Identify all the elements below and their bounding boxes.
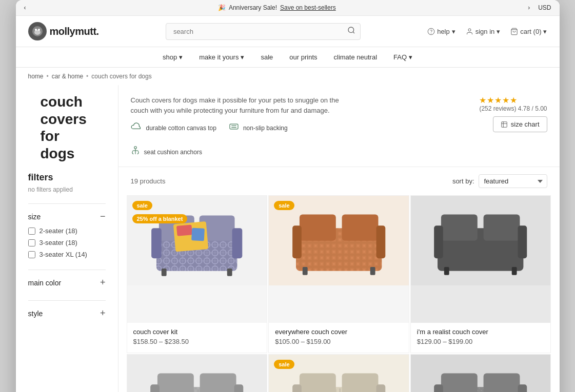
products-toolbar: 19 products sort by: featured price: low…: [118, 167, 560, 195]
search-container: [166, 23, 361, 40]
make-it-yours-arrow: ▾: [241, 53, 244, 61]
filter-size: size − 2-seater (18) 3-seater (18) 3-sea…: [28, 203, 106, 270]
breadcrumb: home • car & home • couch covers for dog…: [16, 68, 560, 85]
nav-faq[interactable]: FAQ ▾: [393, 53, 412, 61]
breadcrumb-home[interactable]: home: [28, 73, 44, 80]
breadcrumb-sep-2: •: [86, 73, 88, 80]
product-card-4[interactable]: [127, 354, 268, 392]
product-image-wrap-5: sale: [269, 355, 409, 392]
filter-size-label: size: [28, 213, 41, 221]
product-image-wrap-4: [127, 355, 267, 392]
filter-3seater-label: 3-seater (18): [39, 239, 77, 246]
currency-selector[interactable]: USD: [538, 4, 551, 11]
filter-style-toggle[interactable]: +: [100, 308, 106, 319]
svg-rect-65: [342, 373, 378, 392]
sort-by: sort by: featured price: low to high pri…: [452, 174, 547, 188]
nav-sale[interactable]: sale: [261, 53, 273, 61]
svg-rect-67: [376, 384, 385, 392]
checkbox-2seater[interactable]: [28, 228, 35, 235]
checkbox-3seater-xl[interactable]: [28, 251, 35, 258]
product-card-2[interactable]: sale: [268, 195, 409, 353]
product-info-3: i'm a realist couch cover $129.00 – $199…: [411, 323, 551, 353]
svg-rect-74: [441, 373, 478, 392]
filter-color-label: main color: [28, 279, 62, 287]
product-image-wrap-2: sale: [269, 196, 409, 323]
svg-rect-55: [200, 373, 236, 392]
header-actions: help ▾ sign in ▾ cart (0) ▾: [427, 28, 547, 35]
product-card-5[interactable]: sale: [268, 354, 409, 392]
filter-style-label: style: [28, 310, 43, 318]
svg-rect-10: [230, 124, 238, 129]
product-image-6: [411, 355, 551, 392]
product-card-6[interactable]: [410, 354, 551, 392]
feature-anchors: seat cushion anchors: [131, 146, 202, 158]
sort-select[interactable]: featured price: low to high price: high …: [479, 174, 547, 188]
size-chart-label: size chart: [511, 120, 540, 128]
svg-rect-31: [176, 224, 192, 236]
svg-point-4: [348, 27, 354, 33]
filter-size-toggle[interactable]: −: [100, 211, 106, 222]
page-description: Couch covers for dogs make it possible f…: [131, 95, 356, 115]
sidebar: couch covers for dogs filters no filters…: [16, 85, 118, 392]
filter-size-header[interactable]: size −: [28, 211, 106, 222]
products-count: 19 products: [131, 177, 166, 185]
feature-anchors-label: seat cushion anchors: [144, 149, 202, 156]
svg-rect-28: [162, 269, 167, 276]
sign-in-arrow: ▾: [497, 28, 500, 35]
nav-shop[interactable]: shop ▾: [163, 53, 183, 61]
rating-stars: ★★★★★: [479, 95, 547, 105]
product-badge-discount-1: 25% off a blanket: [132, 214, 188, 223]
svg-rect-44: [441, 214, 478, 240]
checkbox-3seater[interactable]: [28, 239, 35, 246]
nav-climate-neutral[interactable]: climate neutral: [334, 53, 378, 61]
product-card-1[interactable]: sale 25% off a blanket: [127, 195, 268, 353]
size-chart-button[interactable]: size chart: [493, 116, 547, 132]
search-icon[interactable]: [347, 26, 355, 36]
breadcrumb-current: couch covers for dogs: [91, 73, 151, 80]
nav-make-it-yours[interactable]: make it yours ▾: [199, 53, 244, 61]
anchor-icon: [131, 146, 140, 158]
filter-color-toggle[interactable]: +: [100, 277, 106, 288]
logo[interactable]: mollymutt.: [28, 22, 99, 40]
shop-arrow: ▾: [179, 53, 183, 61]
feature-cotton-label: durable cotton canvas top: [146, 125, 216, 132]
svg-rect-54: [157, 373, 194, 392]
announcement-prev[interactable]: ‹: [24, 4, 26, 11]
feature-nonslip: non-slip backing: [229, 122, 288, 133]
svg-rect-16: [502, 121, 507, 127]
announcement-bar: ‹ 🎉 Anniversary Sale! Save on best-selle…: [16, 0, 560, 16]
svg-point-8: [468, 28, 471, 31]
product-image-4: [127, 355, 267, 392]
grip-icon: [229, 122, 239, 133]
help-button[interactable]: help ▾: [427, 28, 455, 35]
product-badge-sale-5: sale: [274, 360, 294, 369]
filter-option-3seater-xl[interactable]: 3-seater XL (14): [28, 251, 106, 258]
filter-style-header[interactable]: style +: [28, 308, 106, 319]
product-card-3[interactable]: i'm a realist couch cover $129.00 – $199…: [410, 195, 551, 353]
logo-text: mollymutt.: [50, 26, 99, 37]
feature-nonslip-label: non-slip backing: [243, 125, 288, 132]
breadcrumb-car-home[interactable]: car & home: [52, 73, 83, 80]
announcement-emoji: 🎉: [218, 4, 226, 11]
product-image-3: [411, 196, 551, 285]
svg-rect-40: [376, 225, 385, 258]
svg-rect-49: [512, 267, 517, 275]
svg-rect-77: [518, 384, 527, 392]
sign-in-button[interactable]: sign in ▾: [466, 28, 501, 35]
product-name-2: everywhere couch cover: [275, 328, 403, 336]
svg-rect-32: [191, 228, 205, 241]
main-content: Couch covers for dogs make it possible f…: [118, 85, 560, 392]
cart-button[interactable]: cart (0) ▾: [510, 28, 547, 35]
nav-our-prints[interactable]: our prints: [289, 53, 317, 61]
products-grid: sale 25% off a blanket: [118, 195, 560, 392]
filter-option-3seater[interactable]: 3-seater (18): [28, 239, 106, 246]
filter-option-2seater[interactable]: 2-seater (18): [28, 227, 106, 235]
announcement-link[interactable]: Save on best-sellers: [280, 4, 336, 11]
announcement-next[interactable]: ›: [528, 4, 530, 11]
filter-color-header[interactable]: main color +: [28, 277, 106, 288]
help-label: help: [437, 28, 450, 35]
filter-2seater-label: 2-seater (18): [39, 227, 77, 235]
filter-style: style +: [28, 300, 106, 331]
cloud-icon: [131, 122, 142, 133]
search-input[interactable]: [166, 23, 361, 40]
